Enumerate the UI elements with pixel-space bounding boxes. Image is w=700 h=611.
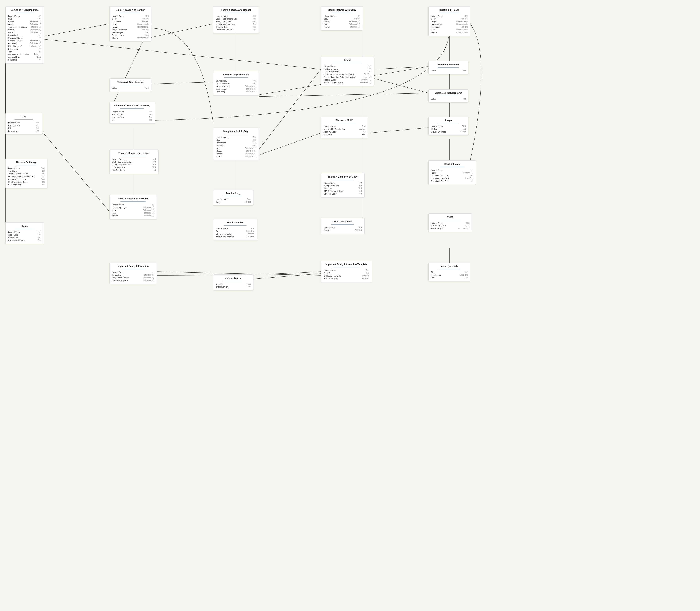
field-row: SlugText: [8, 17, 41, 20]
field-row: CopyRichText: [431, 17, 468, 20]
card-divider: [224, 225, 247, 226]
field-row: Prescribing InformationReference (1): [323, 81, 371, 84]
field-row: CTA Background ColorText: [323, 190, 362, 192]
field-row: Internal NameText: [216, 136, 256, 138]
field-row: CopyRichText: [323, 17, 360, 20]
field-row: BlocksReference (n): [216, 150, 256, 152]
card-title-important-safety-information: Important Safety Information: [112, 265, 154, 268]
card-title-asset-internal: Asset (internal): [431, 265, 468, 268]
field-row: BlocksReference (n): [8, 28, 41, 31]
field-row: FootnoteReference (1): [323, 20, 360, 23]
card-block-image-banner: Block > Image And Banner Internal NameTe…: [109, 6, 151, 42]
card-title-compose-article-page: Compose > Article Page: [216, 130, 256, 133]
card-title-link: Link: [8, 116, 39, 118]
field-row: FileFile: [431, 276, 468, 279]
card-title-version-control: versionControl: [216, 277, 250, 279]
card-divider: [438, 13, 460, 13]
field-row: CopyRichText: [112, 17, 149, 20]
field-row: HeaderReference (1): [8, 20, 41, 23]
svg-line-14: [259, 133, 321, 155]
field-row: Text Background ColorText: [8, 172, 45, 175]
field-row: Long Brand NamesReference (n): [112, 276, 154, 279]
field-row: Internal NameText: [8, 167, 45, 169]
field-row: HeroReference (1): [216, 147, 256, 150]
field-row: SlugText: [216, 138, 256, 141]
field-row: CTAReference (1): [112, 23, 149, 26]
field-row: User Journey(s)Reference (n): [8, 45, 41, 47]
card-element-button-cta: Element > Button (Call To Action) Intern…: [109, 102, 155, 124]
card-divider: [121, 156, 147, 156]
card-title-element-button-cta: Element > Button (Call To Action): [112, 104, 152, 107]
field-row: Internal NameText: [8, 230, 41, 234]
field-row: Article SlugText: [8, 234, 41, 236]
connector-lines: [0, 0, 700, 611]
field-row: ISI Link TemplateRichText: [323, 277, 369, 280]
card-divider: [121, 269, 146, 269]
card-divider: [438, 68, 459, 68]
card-divider: [15, 165, 37, 165]
card-title-image: Image: [431, 119, 466, 122]
field-row: Internal NameText: [112, 110, 152, 113]
field-row: Alt TextText: [431, 128, 466, 130]
field-row: TitleText: [431, 271, 468, 273]
field-row: Disclaimer Text ColorText: [216, 28, 256, 31]
card-block-sticky-logo-header: Block > Sticky Logo Header Internal Name…: [109, 195, 157, 219]
field-row: CTA Background ColorText: [216, 23, 256, 26]
field-row: CTAReference (1): [112, 209, 154, 211]
field-row: BrandsReference (n): [216, 152, 256, 155]
card-divider: [224, 77, 248, 78]
field-row: Approved for DistributionBoolean: [8, 53, 41, 56]
svg-line-1: [44, 39, 321, 69]
field-row: Short Brand NameReference (n): [112, 279, 154, 282]
svg-line-9: [151, 82, 213, 84]
card-divider: [121, 202, 146, 202]
field-row: ValueText: [431, 69, 466, 72]
card-divider: [224, 13, 248, 13]
card-isi-template: Important Safety Information Template In…: [321, 261, 372, 282]
field-row: Medical GuideReference (1): [323, 78, 371, 81]
card-divider: [223, 196, 244, 196]
field-row: UrlText: [112, 119, 152, 121]
field-row: CTA Text ColorText: [323, 192, 362, 195]
card-important-safety-information: Important Safety Information Internal Na…: [109, 263, 157, 284]
field-row: Cloudinary ImageObject: [431, 130, 466, 133]
card-title-theme-image-banner: Theme > Image And Banner: [216, 9, 256, 11]
field-row: Mobile Image Background ColorText: [8, 175, 45, 178]
field-row: Show About LinksBoolean: [216, 233, 254, 235]
field-row: ThemeReference (1): [323, 26, 360, 28]
card-title-landing-page-metadata: Landing Page Metadata: [216, 74, 256, 76]
field-row: Text ColorText: [323, 187, 362, 190]
card-divider: [120, 108, 144, 109]
field-row: Campaign IdText: [8, 34, 41, 36]
card-title-block-image: Block > Image: [431, 163, 473, 165]
card-divider: [15, 229, 34, 229]
field-row: Banner Text ColorText: [216, 20, 256, 23]
field-row: Disclaimer Short TextText: [431, 174, 473, 177]
field-row: CTA Text ColorText: [112, 166, 156, 169]
field-row: ThemeReference (1): [431, 31, 468, 34]
field-row: entriesVersionText: [216, 285, 250, 288]
card-title-compose-landing-page: Compose > Landing Page: [8, 9, 41, 11]
field-row: ValueText: [112, 87, 149, 89]
field-row: Sticky Background ColorText: [112, 161, 156, 163]
card-divider: [331, 180, 354, 180]
field-row: CopyLong Text: [216, 230, 254, 233]
field-row: MLRCReference (1): [216, 155, 256, 158]
field-row: DescriptionText: [8, 47, 41, 50]
card-title-theme-banner-copy: Theme > Banner With Copy: [323, 176, 362, 178]
field-row: Concern Area(s)Reference (n): [216, 85, 256, 88]
field-row: DescriptionLong Text: [431, 273, 468, 276]
field-row: Disclaimer Long TextLong Text: [431, 177, 473, 180]
card-block-copy: Block > Copy Internal NameText CopyRichT…: [213, 190, 254, 206]
field-row: CTA Background ColorText: [112, 163, 156, 166]
field-row: versionText: [216, 283, 250, 285]
field-row: Provider Important Safety InformationRic…: [323, 76, 371, 78]
field-row: Product(s)Reference (n): [216, 90, 256, 93]
field-row: Disclaimer Text ColorText: [8, 178, 45, 180]
field-row: TemplatesReference (n): [112, 273, 154, 276]
field-row: UrlText: [8, 127, 39, 130]
card-metadata-user-journey: Metadata > User Journey ValueText: [109, 78, 151, 92]
field-row: CTAReference (1): [323, 23, 360, 26]
card-title-theme-sticky-logo-header: Theme > Sticky Logo Header: [112, 152, 156, 154]
card-theme-sticky-logo-header: Theme > Sticky Logo Header Internal Name…: [109, 150, 158, 174]
